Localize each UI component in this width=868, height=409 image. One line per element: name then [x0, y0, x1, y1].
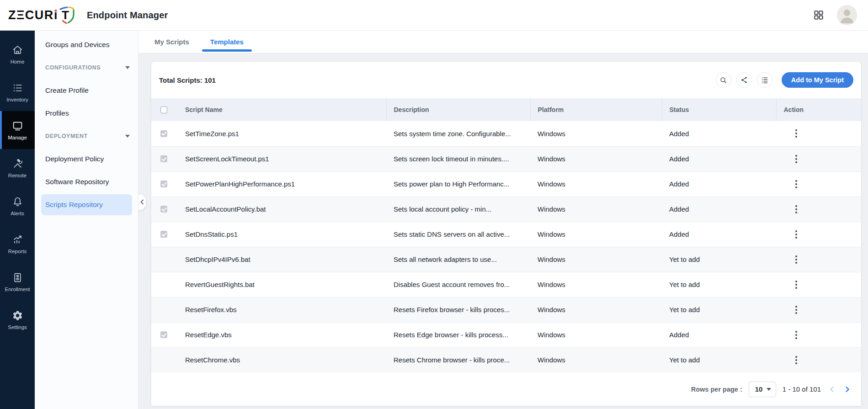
product-title: Endpoint Manager: [87, 10, 168, 21]
nav-rail-item-enrollment[interactable]: Enrollment: [0, 263, 35, 301]
cell-platform-text: Windows: [538, 281, 565, 288]
sidebar-section-deployment[interactable]: DEPLOYMENT: [35, 125, 138, 148]
cell-script-name: RevertGuestRights.bat: [178, 272, 386, 297]
cell-status-text: Added: [669, 180, 689, 188]
select-all-checkbox[interactable]: [160, 106, 167, 113]
rows-per-page-select[interactable]: 10: [749, 382, 776, 397]
table-row: ResetFirefox.vbsResets Firefox browser -…: [151, 297, 861, 322]
row-actions-kebab-icon[interactable]: [790, 153, 803, 165]
brand-wordmark-t: T: [62, 8, 69, 22]
cell-description-text: Sets static DNS servers on all active...: [394, 230, 510, 238]
sidebar-item-deployment-policy[interactable]: Deployment Policy: [35, 148, 138, 170]
share-button[interactable]: [736, 72, 752, 88]
cell-status: Added: [662, 197, 776, 222]
cell-script-name-text: RevertGuestRights.bat: [185, 281, 255, 288]
cell-script-name-text: SetPowerPlanHighPerformance.ps1: [185, 180, 295, 188]
row-checkbox[interactable]: [160, 130, 167, 137]
cell-status-text: Yet to add: [669, 356, 700, 364]
nav-rail-item-settings[interactable]: Settings: [0, 301, 35, 339]
nav-rail-item-remote[interactable]: Remote: [0, 149, 35, 187]
list-view-button[interactable]: [757, 72, 772, 88]
cell-script-name-text: ResetChrome.vbs: [185, 356, 240, 364]
row-action-cell: [776, 322, 861, 347]
search-button[interactable]: [716, 72, 731, 88]
cell-platform-text: Windows: [538, 155, 565, 163]
row-actions-kebab-icon[interactable]: [790, 127, 803, 140]
total-scripts-label: Total Scripts: 101: [159, 76, 216, 84]
row-checkbox[interactable]: [160, 331, 167, 338]
cell-script-name: SetDnsStatic.ps1: [178, 222, 386, 247]
row-actions-kebab-icon[interactable]: [790, 253, 803, 266]
cell-script-name-text: ResetFirefox.vbs: [185, 306, 237, 313]
select-all-header-cell: [151, 98, 178, 121]
user-avatar[interactable]: [837, 5, 857, 25]
cell-status-text: Yet to add: [669, 255, 700, 263]
nav-rail-item-inventory[interactable]: Inventory: [0, 73, 35, 111]
nav-rail-item-alerts[interactable]: Alerts: [0, 187, 35, 225]
pagination-next-button[interactable]: [843, 385, 852, 394]
nav-rail-item-label: Inventory: [6, 97, 28, 102]
cell-description: Sets all network adapters to use...: [386, 247, 530, 272]
brand-wordmark-i: i: [54, 8, 58, 22]
cell-script-name: SetLocalAccountPolicy.bat: [178, 197, 386, 222]
gear-icon: [11, 309, 23, 321]
cell-description: Sets local account policy - min...: [386, 197, 530, 222]
tab-label: Templates: [210, 38, 244, 46]
cell-description: Sets power plan to High Performanc...: [386, 171, 530, 197]
row-actions-kebab-icon[interactable]: [790, 329, 803, 341]
pagination-prev-button[interactable]: [827, 385, 836, 394]
row-actions-kebab-icon[interactable]: [790, 203, 803, 216]
cell-platform: Windows: [530, 272, 662, 297]
column-header-description: Description: [386, 98, 530, 121]
cell-platform-text: Windows: [538, 180, 565, 188]
sidebar-item-create-profile[interactable]: Create Profile: [35, 79, 138, 102]
sidebar-item-label: Groups and Devices: [45, 41, 109, 49]
nav-rail-item-home[interactable]: Home: [0, 35, 35, 73]
nav-rail-item-label: Alerts: [11, 211, 24, 216]
row-actions-kebab-icon[interactable]: [790, 303, 803, 316]
tools-icon: [11, 158, 23, 170]
sidebar-item-groups-and-devices[interactable]: Groups and Devices: [35, 33, 138, 56]
tab-templates[interactable]: Templates: [209, 31, 245, 53]
row-checkbox-cell: [151, 272, 178, 297]
monitor-icon: [11, 120, 23, 132]
cell-description: Resets Edge browser - kills process...: [386, 322, 530, 347]
nav-rail-item-manage[interactable]: Manage: [0, 111, 35, 149]
sidebar-item-profiles[interactable]: Profiles: [35, 102, 138, 125]
brand-wordmark: ZΞCURi: [8, 8, 58, 22]
row-action-cell: [776, 121, 861, 146]
cell-platform-text: Windows: [538, 230, 565, 238]
row-actions-kebab-icon[interactable]: [790, 228, 803, 241]
sidebar-section-configurations[interactable]: CONFIGURATIONS: [35, 56, 138, 79]
cell-description: Resets Firefox browser - kills proces...: [386, 297, 530, 322]
chevron-down-icon: [125, 66, 130, 69]
chevron-left-icon: [140, 199, 144, 205]
column-header-label: Script Name: [185, 106, 223, 113]
row-actions-kebab-icon[interactable]: [790, 278, 803, 291]
row-checkbox[interactable]: [160, 155, 167, 162]
cell-script-name: ResetFirefox.vbs: [178, 297, 386, 322]
main-content: My ScriptsTemplates Total Scripts: 101 A…: [138, 31, 868, 409]
sidebar-item-scripts-repository[interactable]: Scripts Repository: [41, 194, 132, 215]
tab-my-scripts[interactable]: My Scripts: [154, 31, 190, 53]
sidebar-item-software-repository[interactable]: Software Repository: [35, 170, 138, 193]
add-to-my-script-button[interactable]: Add to My Script: [782, 72, 853, 88]
table-header-row: Script NameDescriptionPlatformStatusActi…: [151, 98, 861, 121]
row-actions-kebab-icon[interactable]: [790, 354, 803, 367]
apps-grid-icon[interactable]: [812, 9, 825, 21]
row-actions-kebab-icon[interactable]: [790, 178, 803, 191]
cell-platform: Windows: [530, 171, 662, 197]
row-checkbox[interactable]: [160, 181, 167, 187]
nav-rail-item-reports[interactable]: Reports: [0, 225, 35, 263]
row-checkbox[interactable]: [160, 231, 167, 238]
sidebar: Groups and DevicesCONFIGURATIONSCreate P…: [35, 31, 138, 409]
toolbar-actions: Add to My Script: [716, 72, 853, 88]
table-row: SetTimeZone.ps1Sets system time zone. Co…: [151, 121, 861, 146]
cell-status-text: Yet to add: [669, 306, 700, 313]
row-checkbox[interactable]: [160, 206, 167, 212]
toolbar-icon-buttons: [716, 72, 772, 88]
cell-description-text: Resets Edge browser - kills process...: [394, 331, 508, 339]
sidebar-section-label: CONFIGURATIONS: [45, 64, 101, 71]
cell-status: Added: [662, 171, 776, 197]
pagination-range: 1 - 10 of 101: [783, 385, 821, 393]
